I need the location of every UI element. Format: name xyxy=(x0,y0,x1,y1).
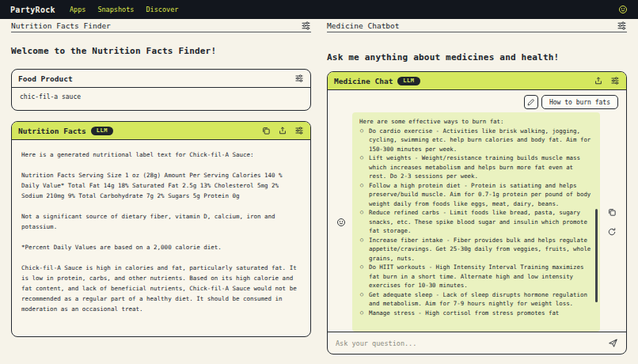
send-icon xyxy=(608,338,618,348)
export-output-button[interactable] xyxy=(278,126,287,135)
right-app-settings-button[interactable] xyxy=(617,21,627,31)
right-welcome-heading: Ask me anything about medicines and heal… xyxy=(327,52,627,63)
nav-apps[interactable]: Apps xyxy=(70,6,85,13)
output-paragraph: Nutrition Facts Serving Size 1 oz (28g) … xyxy=(21,170,301,201)
food-product-header: Food Product xyxy=(12,70,310,88)
assistant-response-row: Here are some effective ways to burn fat… xyxy=(336,112,618,332)
chat-scrollbar[interactable] xyxy=(595,209,598,302)
left-app-header: Nutrition Facts Finder xyxy=(11,19,311,32)
account-smiley-button[interactable] xyxy=(618,5,628,14)
response-bullet: Reduce refined carbs - Limit foods like … xyxy=(359,208,593,236)
retry-response-button[interactable] xyxy=(607,227,617,237)
smiley-icon xyxy=(336,218,346,227)
nutrition-facts-header: Nutrition Facts LLM xyxy=(12,122,310,140)
chat-message-area: How to burn fats xyxy=(328,90,626,332)
assistant-avatar xyxy=(336,112,347,332)
nutrition-widget-settings-button[interactable] xyxy=(294,126,304,135)
retry-icon xyxy=(607,227,617,237)
left-app-settings-button[interactable] xyxy=(301,21,311,31)
nutrition-app-column: Nutrition Facts Finder Welcome to the Nu… xyxy=(0,19,319,364)
smiley-icon xyxy=(618,5,628,14)
copy-icon xyxy=(607,207,617,217)
nav-discover[interactable]: Discover xyxy=(146,6,178,13)
user-message-bubble: How to burn fats xyxy=(541,95,618,109)
right-app-title: Medicine Chatbot xyxy=(327,21,400,30)
response-bullet: Do cardio exercise - Activities like bri… xyxy=(359,127,593,154)
output-paragraph: Chick-fil-A Sauce is high in calories an… xyxy=(21,263,301,314)
nutrition-facts-widget: Nutrition Facts LLM xyxy=(11,121,311,337)
copy-response-button[interactable] xyxy=(607,207,617,217)
response-bullet: Get adequate sleep - Lack of sleep disru… xyxy=(359,290,593,309)
response-bullet: Do HIIT workouts - High Intensity Interv… xyxy=(359,263,593,290)
sliders-icon xyxy=(610,76,620,85)
assistant-response-bubble: Here are some effective ways to burn fat… xyxy=(352,112,600,332)
nutrition-facts-title: Nutrition Facts xyxy=(18,127,86,135)
output-paragraph: *Percent Daily Values are based on a 2,0… xyxy=(21,242,301,252)
response-bullet: Follow a high protein diet - Protein is … xyxy=(359,181,593,209)
medicine-chat-widget: Medicine Chat LLM xyxy=(327,71,627,355)
medicine-chat-header: Medicine Chat LLM xyxy=(328,72,626,90)
response-intro: Here are some effective ways to burn fat… xyxy=(359,117,593,127)
left-welcome-heading: Welcome to the Nutrition Facts Finder! xyxy=(11,46,311,56)
sliders-icon xyxy=(301,21,311,31)
edit-message-button[interactable] xyxy=(524,95,538,109)
sliders-icon xyxy=(294,74,304,83)
export-icon xyxy=(278,126,287,135)
output-paragraph: Here is a generated nutritional label te… xyxy=(21,150,301,160)
response-bullet: Manage stress - High cortisol from stres… xyxy=(359,309,593,318)
food-product-widget: Food Product chic-fil-a sauce xyxy=(11,69,311,111)
send-button[interactable] xyxy=(608,338,618,348)
chat-input-row xyxy=(328,332,626,354)
partyrock-logo[interactable]: PartyRock xyxy=(10,6,55,14)
nutrition-facts-output: Here is a generated nutritional label te… xyxy=(12,140,310,336)
llm-badge: LLM xyxy=(397,77,420,85)
nav-snapshots[interactable]: Snapshots xyxy=(97,6,134,13)
sliders-icon xyxy=(294,126,304,135)
response-action-buttons xyxy=(606,112,618,332)
response-bullet-list: Do cardio exercise - Activities like bri… xyxy=(359,127,593,318)
chat-widget-settings-button[interactable] xyxy=(610,76,620,85)
top-navigation-bar: PartyRock Apps Snapshots Discover xyxy=(0,0,638,19)
copy-icon xyxy=(261,126,271,135)
food-product-input[interactable]: chic-fil-a sauce xyxy=(12,88,310,110)
pencil-icon xyxy=(526,98,535,107)
right-app-header: Medicine Chatbot xyxy=(327,19,627,32)
sliders-icon xyxy=(617,21,627,31)
chat-input[interactable] xyxy=(336,339,602,347)
copy-output-button[interactable] xyxy=(261,126,271,135)
response-bullet: Increase fiber intake - Fiber provides b… xyxy=(359,236,593,264)
food-product-settings-button[interactable] xyxy=(294,74,304,83)
left-app-title: Nutrition Facts Finder xyxy=(11,21,111,30)
medicine-chat-title: Medicine Chat xyxy=(334,77,393,85)
top-nav-links: Apps Snapshots Discover xyxy=(70,6,179,13)
export-icon xyxy=(594,76,603,85)
medicine-app-column: Medicine Chatbot Ask me anything about m… xyxy=(319,19,638,364)
export-chat-button[interactable] xyxy=(594,76,603,85)
user-message-row: How to burn fats xyxy=(336,95,618,109)
output-paragraph: Not a significant source of dietary fibe… xyxy=(21,211,301,232)
llm-badge: LLM xyxy=(91,127,113,135)
response-bullet: Lift weights - Weight/resistance trainin… xyxy=(359,154,593,181)
food-product-title: Food Product xyxy=(18,74,73,83)
